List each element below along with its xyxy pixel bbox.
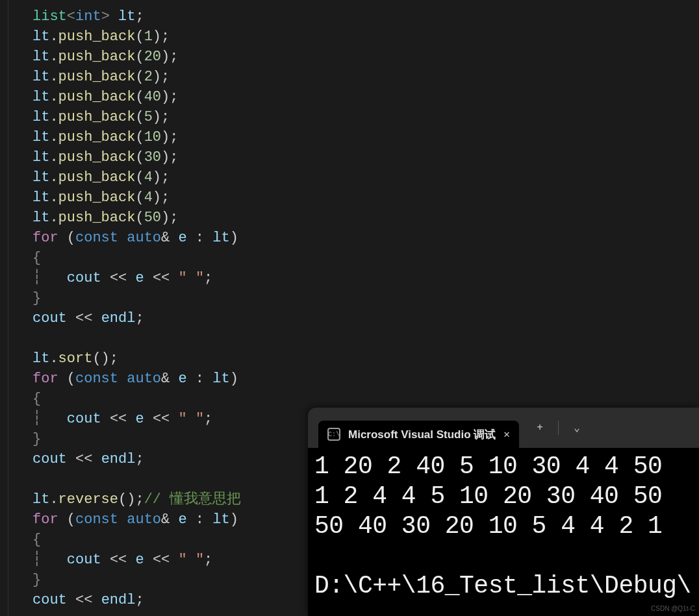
tab-actions: + ⌄ [527,415,590,441]
terminal-tab-bar: C:\ Microsoft Visual Studio 调试 ✕ + ⌄ [308,408,699,448]
new-tab-button[interactable]: + [527,415,553,441]
code-line: list<int> lt; [32,6,699,27]
code-line [32,328,699,349]
code-line: cout << endl; [32,308,699,328]
terminal-line: 1 2 4 4 5 10 20 30 40 50 [314,482,693,511]
code-line: { [32,389,699,409]
code-line: lt.push_back(50); [32,208,699,228]
code-line: lt.push_back(4); [32,188,699,208]
terminal-line [314,541,693,571]
code-line: lt.push_back(30); [32,147,699,167]
code-line: lt.push_back(1); [32,27,699,47]
code-line: lt.push_back(4); [32,167,699,188]
divider [558,421,559,435]
close-icon[interactable]: ✕ [503,428,510,441]
code-line: lt.push_back(5); [32,107,699,127]
code-line: for (const auto& e : lt) [32,369,699,389]
indent-guide [8,0,10,616]
code-line: } [32,288,699,308]
terminal-tab-active[interactable]: C:\ Microsoft Visual Studio 调试 ✕ [318,421,519,448]
watermark: CSDN @Q1t-C [651,605,695,612]
code-line: lt.push_back(40); [32,87,699,107]
code-line: for (const auto& e : lt) [32,228,699,248]
terminal-icon: C:\ [327,428,340,441]
code-line: lt.push_back(10); [32,127,699,147]
terminal-line: 1 20 2 40 5 10 30 4 4 50 [314,452,693,482]
code-line: lt.sort(); [32,349,699,369]
terminal-tab-title: Microsoft Visual Studio 调试 [348,427,496,442]
terminal-output[interactable]: 1 20 2 40 5 10 30 4 4 501 2 4 4 5 10 20 … [308,448,699,605]
terminal-line: 50 40 30 20 10 5 4 4 2 1 [314,511,693,541]
tab-dropdown-button[interactable]: ⌄ [564,415,590,441]
terminal-line: D:\C++\16_Test_list\Debug\ [314,571,693,601]
code-line: { [32,248,699,268]
code-line: lt.push_back(2); [32,67,699,87]
code-line: lt.push_back(20); [32,47,699,67]
code-line: ┆ cout << e << " "; [32,268,699,288]
terminal-window: C:\ Microsoft Visual Studio 调试 ✕ + ⌄ 1 2… [308,408,699,616]
